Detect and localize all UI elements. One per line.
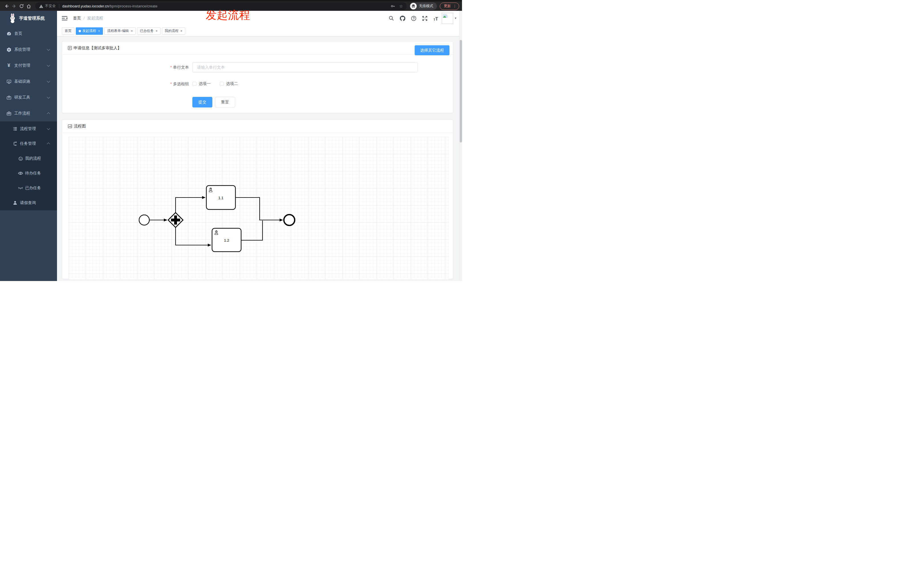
bpmn-diagram: 1.1 1.2 — [69, 137, 448, 279]
sidebar-item-devtools[interactable]: 研发工具 — [0, 90, 57, 105]
breadcrumb: 首页 / 发起流程 — [73, 16, 103, 21]
search-icon[interactable] — [388, 15, 394, 21]
document-icon — [68, 46, 72, 50]
sidebar-item-payment[interactable]: ¥ 支付管理 — [0, 58, 57, 73]
sidebar-item-home[interactable]: 首页 — [0, 25, 57, 42]
scrollbar-thumb[interactable] — [460, 40, 462, 142]
user-icon — [12, 200, 18, 205]
chevron-up-icon — [47, 112, 50, 115]
tab-form-edit[interactable]: 流程表单-编辑 × — [104, 27, 136, 35]
avatar-caret-icon[interactable]: ▼ — [454, 17, 457, 19]
flow-task2-merge[interactable] — [241, 220, 262, 240]
browser-menu-icon[interactable]: ⋮ — [453, 4, 457, 8]
bpmn-end-event[interactable] — [284, 214, 295, 225]
checkbox-box[interactable] — [220, 82, 224, 86]
task-label: 1.1 — [218, 196, 224, 200]
close-icon[interactable]: × — [98, 29, 100, 33]
incognito-label: 无痕模式 — [419, 4, 433, 9]
update-label: 更新 — [444, 4, 451, 9]
key-icon[interactable] — [390, 4, 395, 9]
broken-image-icon — [442, 13, 448, 19]
sidebar-item-process-mgmt[interactable]: 流程管理 — [0, 121, 57, 136]
sidebar-item-todo-tasks[interactable]: 待办任务 — [0, 166, 57, 181]
logo-rabbit-icon — [9, 13, 16, 23]
incognito-icon — [410, 3, 417, 9]
page-content: 申请信息【测试多审批人】 选择其它流程 *单行文本 *多选框组 选项一 — [57, 36, 462, 281]
tab-my-process[interactable]: 我的流程 × — [162, 27, 185, 35]
app-title: 芋道管理系统 — [19, 16, 45, 21]
tab-home[interactable]: 首页 — [62, 27, 74, 35]
home-icon[interactable] — [25, 3, 33, 10]
flow-task1-end[interactable] — [236, 198, 283, 220]
close-icon[interactable]: × — [131, 29, 133, 33]
apply-info-card: 申请信息【测试多审批人】 选择其它流程 *单行文本 *多选框组 选项一 — [62, 41, 453, 113]
flow-diagram-card: 流程图 — [62, 119, 453, 279]
reload-icon[interactable] — [18, 3, 25, 10]
page: 不安全 dashboard.yudao.iocoder.cn/bpm/proce… — [0, 0, 462, 281]
divider — [59, 4, 59, 8]
reset-button[interactable]: 重置 — [215, 97, 235, 108]
checkbox-box[interactable] — [192, 82, 196, 86]
choose-other-process-button[interactable]: 选择其它流程 — [415, 45, 450, 55]
security-label: 不安全 — [45, 4, 56, 9]
bookmark-star-icon[interactable]: ☆ — [399, 4, 403, 8]
tab-start-process[interactable]: 发起流程 × — [76, 27, 103, 35]
github-icon[interactable] — [399, 15, 406, 21]
sidebar-item-system[interactable]: 系统管理 — [0, 42, 57, 58]
sidebar: 芋道管理系统 首页 系统管理 ¥ 支付管理 — [0, 11, 57, 281]
back-icon[interactable] — [3, 3, 10, 10]
sidebar-item-leave-query[interactable]: 请假查询 — [0, 195, 57, 210]
required-mark: * — [170, 65, 172, 69]
fullscreen-icon[interactable] — [422, 15, 428, 21]
flow-gateway-task1[interactable] — [176, 198, 205, 213]
checkbox-option-1[interactable]: 选项一 — [192, 81, 211, 87]
sidebar-item-workflow[interactable]: 工作流程 — [0, 105, 57, 121]
bpmn-canvas[interactable]: 1.1 1.2 — [69, 137, 448, 279]
browser-update-button[interactable]: 更新 ⋮ — [440, 3, 459, 10]
avatar[interactable] — [442, 13, 453, 24]
eye-closed-icon — [18, 186, 23, 191]
sidebar-item-my-process[interactable]: 我的流程 — [0, 151, 57, 166]
flow-diagram-header: 流程图 — [62, 120, 453, 133]
breadcrumb-home[interactable]: 首页 — [73, 16, 81, 21]
close-icon[interactable]: × — [156, 29, 158, 33]
required-mark: * — [170, 81, 172, 86]
close-icon[interactable]: × — [180, 29, 182, 33]
sidebar-item-infra[interactable]: 基础设施 — [0, 73, 57, 90]
bpmn-parallel-gateway[interactable] — [168, 213, 183, 228]
apply-info-header: 申请信息【测试多审批人】 — [62, 42, 453, 55]
sidebar-item-task-mgmt[interactable]: 任务管理 — [0, 136, 57, 151]
breadcrumb-current: 发起流程 — [87, 16, 103, 21]
submit-button[interactable]: 提交 — [192, 97, 212, 108]
image-icon — [68, 124, 72, 128]
apply-info-title: 申请信息【测试多审批人】 — [74, 46, 122, 51]
scrollbar[interactable] — [459, 11, 462, 281]
bpmn-start-event[interactable] — [139, 215, 149, 225]
font-size-icon[interactable]: TT — [433, 15, 439, 21]
forward-icon[interactable] — [10, 3, 18, 10]
sidebar-item-done-tasks[interactable]: 已办任务 — [0, 181, 57, 195]
flow-diagram-title: 流程图 — [74, 124, 86, 129]
sidebar-collapse-icon[interactable] — [62, 15, 68, 21]
toolbox-icon — [6, 95, 11, 100]
help-icon[interactable] — [410, 15, 417, 21]
url-text: dashboard.yudao.iocoder.cn/bpm/process-i… — [62, 4, 388, 8]
annotation-text: 发起流程 — [206, 8, 250, 22]
bpmn-user-task-2[interactable]: 1.2 — [212, 228, 241, 252]
main-area: 首页 / 发起流程 — [57, 11, 462, 281]
not-secure-icon — [39, 4, 44, 8]
yen-icon: ¥ — [6, 63, 11, 68]
tree-list-icon — [12, 126, 18, 131]
bpmn-user-task-1[interactable]: 1.1 — [206, 186, 236, 210]
flow-tree-icon — [12, 141, 18, 146]
tab-done-tasks[interactable]: 已办任务 × — [137, 27, 160, 35]
chevron-down-icon — [47, 64, 50, 67]
flow-gateway-task2[interactable] — [176, 228, 211, 245]
checkbox-option-2[interactable]: 选项二 — [220, 81, 238, 87]
briefcase-icon — [6, 111, 11, 116]
task-label: 1.2 — [224, 238, 229, 243]
single-line-text-input[interactable] — [192, 62, 418, 72]
field-label-text: *单行文本 — [62, 62, 189, 72]
app-logo[interactable]: 芋道管理系统 — [0, 11, 57, 25]
dashboard-icon — [6, 31, 11, 36]
